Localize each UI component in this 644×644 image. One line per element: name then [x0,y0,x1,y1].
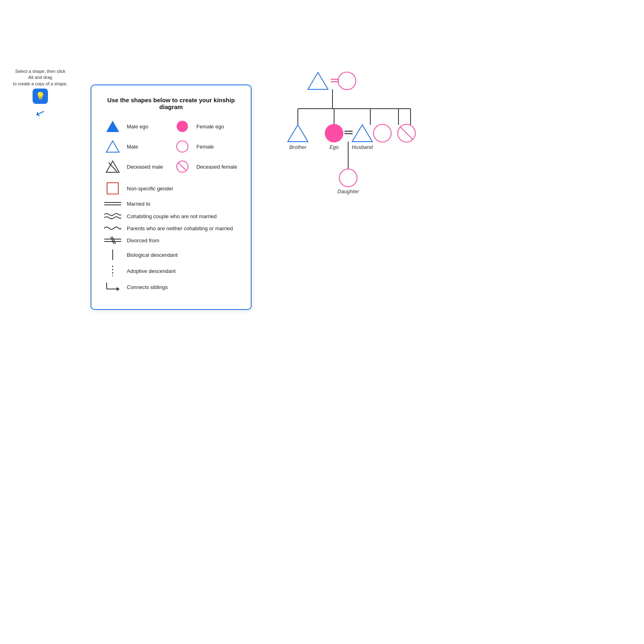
deceased-male-symbol [103,159,122,174]
female-ego-symbol [173,119,192,134]
legend-item-neither: Parents who are neither cohabiting or ma… [103,225,239,232]
svg-point-1 [177,121,188,132]
legend-item-adoptive: Adoptive descendant [103,265,239,277]
cohabiting-symbol [103,212,122,221]
legend-item-deceased-female: Deceased female [173,159,239,174]
siblings-symbol [103,281,122,293]
legend-item-divorced: Divorced from [103,236,239,245]
legend-item-male: Male [103,139,169,154]
husband-label: Husband [352,144,373,150]
legend-item-deceased-male: Deceased male [103,159,169,174]
non-specific-label: Non-specific gender [127,186,173,192]
legend-item-non-specific: Non-specific gender [103,181,239,196]
hint-arrow: ↙ [34,105,47,121]
siblings-label: Connects siblings [127,284,168,290]
hint-area: Select a shape, then click Alt and drag … [12,68,68,120]
kinship-diagram: Brother Ego Husband Daughter [282,68,463,221]
legend-item-married: Married to [103,200,239,208]
non-specific-symbol [103,181,122,196]
hint-text: Select a shape, then click Alt and drag … [12,68,68,87]
legend-title: Use the shapes below to create your kins… [103,97,239,110]
lightbulb-icon: 💡 [35,91,45,101]
svg-line-5 [109,163,117,171]
svg-point-23 [338,72,356,90]
svg-marker-2 [106,141,119,152]
legend-item-female: Female [173,139,239,154]
deceased-female-symbol [173,159,192,174]
female-ego-label: Female ego [196,124,224,130]
deceased-female-label: Deceased female [196,164,237,170]
biological-symbol [103,249,122,261]
svg-point-3 [177,141,188,152]
legend-symbols-grid: Male ego Female ego Male [103,119,239,174]
deceased-male-label: Deceased male [127,164,163,170]
male-label: Male [127,144,138,150]
male-ego-symbol [103,119,122,134]
female-symbol [173,139,192,154]
ego-label: Ego [329,144,339,150]
legend-item-female-ego: Female ego [173,119,239,134]
adoptive-label: Adoptive descendant [127,268,175,274]
svg-marker-20 [308,72,328,89]
svg-marker-0 [106,121,119,132]
female-label: Female [196,144,214,150]
neither-symbol [103,225,122,232]
married-symbol [103,200,122,208]
married-label: Married to [127,201,151,207]
legend-card: Use the shapes below to create your kins… [91,85,252,310]
cohabiting-label: Cohabiting couple who are not married [127,213,217,219]
kinship-svg: Brother Ego Husband Daughter [282,68,463,221]
divorced-label: Divorced from [127,237,159,244]
brother-label: Brother [289,144,307,150]
biological-label: Biological descendant [127,252,178,258]
male-ego-label: Male ego [127,124,148,130]
daughter-label: Daughter [337,188,359,194]
svg-point-40 [339,169,357,187]
svg-point-36 [374,124,391,142]
neither-label: Parents who are neither cohabiting or ma… [127,225,233,231]
svg-line-38 [400,127,413,140]
male-symbol [103,139,122,154]
svg-line-7 [178,163,186,171]
svg-marker-35 [352,125,372,142]
legend-item-male-ego: Male ego [103,119,169,134]
svg-marker-19 [117,287,120,291]
svg-line-14 [112,237,116,244]
svg-line-13 [111,237,114,244]
divorced-symbol [103,236,122,245]
legend-item-biological: Biological descendant [103,249,239,261]
adoptive-symbol [103,265,122,277]
svg-point-32 [325,124,343,142]
legend-item-siblings: Connects siblings [103,281,239,293]
svg-marker-31 [288,125,308,142]
legend-item-cohabiting: Cohabiting couple who are not married [103,212,239,221]
hint-icon: 💡 [33,89,48,104]
svg-rect-8 [107,183,118,194]
